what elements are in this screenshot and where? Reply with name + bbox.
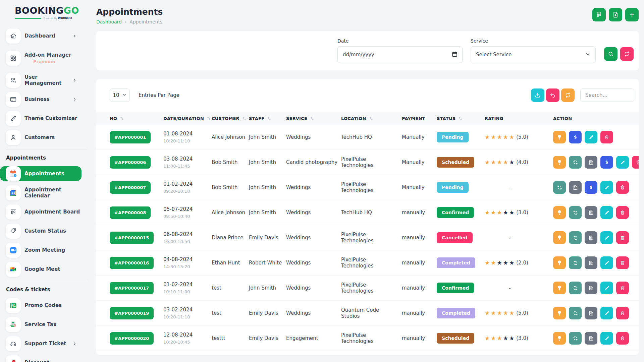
column-header-service[interactable]: SERVICE (286, 116, 341, 121)
sync-button[interactable] (569, 156, 582, 169)
reminder-button[interactable] (553, 231, 566, 244)
entries-per-page-label: Entries Per Page (139, 92, 179, 98)
rating-value: (4.0) (516, 159, 528, 165)
service-select[interactable]: Select Service (471, 46, 596, 63)
download-button[interactable] (531, 88, 544, 102)
delete-button[interactable] (616, 231, 629, 244)
column-header-status[interactable]: STATUS (437, 116, 485, 121)
appointment-id-badge[interactable]: #APP000001 (110, 131, 151, 143)
sync-button[interactable] (569, 282, 582, 294)
entries-per-page-select[interactable]: 10 (110, 88, 130, 102)
sidebar-item-customers[interactable]: Customers (0, 130, 82, 145)
column-header-staff[interactable]: STAFF (249, 116, 286, 121)
payment-button[interactable]: $ (585, 181, 597, 194)
add-appointment-button[interactable] (625, 8, 639, 21)
undo-button[interactable] (546, 88, 559, 102)
sync-button[interactable] (569, 307, 582, 319)
appointment-id-badge[interactable]: #APP000007 (110, 181, 151, 194)
meeting-button[interactable] (585, 256, 597, 269)
appointment-board-button[interactable] (592, 8, 606, 21)
table-search-input[interactable] (580, 88, 634, 102)
sync-button[interactable] (569, 231, 582, 244)
sidebar-item-appointments[interactable]: Appointments (0, 166, 82, 181)
export-file-button[interactable] (609, 8, 622, 21)
column-label: LOCATION (341, 116, 366, 121)
meeting-button[interactable] (585, 156, 597, 169)
sync-button[interactable] (553, 181, 566, 194)
sidebar-item-support-ticket[interactable]: Support Ticket (0, 336, 82, 351)
meeting-button[interactable] (585, 206, 597, 219)
filter-search-button[interactable] (604, 47, 618, 61)
sidebar-item-labels: User Management (24, 74, 69, 86)
sync-button[interactable] (569, 206, 582, 219)
column-header-no[interactable]: NO (110, 116, 163, 121)
sidebar-item-add-on-manager[interactable]: Add-on ManagerPremium (0, 48, 82, 68)
page-title: Appointments (96, 0, 639, 17)
edit-button[interactable] (600, 206, 613, 219)
sidebar-item-discount[interactable]: Discount (0, 355, 82, 362)
appointment-id-badge[interactable]: #APP0000019 (110, 307, 154, 319)
location-cell: TechHub HQ (341, 134, 402, 140)
meeting-button[interactable] (585, 231, 597, 244)
edit-button[interactable] (600, 231, 613, 244)
sidebar-item-custom-status[interactable]: Custom Status (0, 224, 82, 238)
reminder-button[interactable] (553, 332, 566, 345)
sidebar-item-google-meet[interactable]: Google Meet (0, 262, 82, 277)
edit-button[interactable] (600, 256, 613, 269)
meeting-button[interactable] (585, 332, 597, 345)
date-input[interactable] (337, 46, 463, 63)
appointment-id-badge[interactable]: #APP000006 (110, 156, 151, 169)
meeting-button[interactable] (585, 307, 597, 319)
sidebar-item-dashboard[interactable]: Dashboard (0, 28, 82, 43)
column-header-location[interactable]: LOCATION (341, 116, 402, 121)
sync-button[interactable] (569, 332, 582, 345)
sidebar-item-user-management[interactable]: User Management (0, 73, 82, 87)
breadcrumb-dashboard-link[interactable]: Dashboard (96, 19, 122, 24)
column-header-customer[interactable]: CUSTOMER (212, 116, 249, 121)
edit-button[interactable] (600, 307, 613, 319)
edit-button[interactable] (600, 181, 613, 194)
reminder-button[interactable] (553, 131, 566, 143)
edit-button[interactable] (585, 131, 597, 143)
sync-button[interactable] (569, 256, 582, 269)
payment-button[interactable]: $ (600, 156, 613, 169)
edit-button[interactable] (600, 282, 613, 294)
meeting-button[interactable] (585, 282, 597, 294)
sidebar-item-icon-box (6, 111, 21, 126)
delete-button[interactable] (616, 332, 629, 345)
delete-button[interactable] (616, 256, 629, 269)
reminder-button[interactable] (553, 156, 566, 169)
reminder-button[interactable] (553, 282, 566, 294)
reminder-button[interactable] (553, 256, 566, 269)
appointment-id-badge[interactable]: #APP000008 (110, 206, 151, 219)
svg-text:$: $ (590, 185, 593, 190)
delete-button[interactable] (600, 131, 613, 143)
sidebar-item-service-tax[interactable]: Service Tax (0, 317, 82, 332)
filter-reset-button[interactable] (620, 47, 634, 61)
edit-button[interactable] (600, 332, 613, 345)
appointment-id-badge[interactable]: #APP0000015 (110, 232, 154, 244)
sidebar-item-theme-customizer[interactable]: Theme Customizer (0, 111, 82, 126)
sidebar-item-appointment-calendar[interactable]: 31Appointment Calendar (0, 185, 82, 200)
sidebar-item-zoom-meeting[interactable]: Zoom Meeting (0, 243, 82, 257)
delete-button[interactable] (616, 206, 629, 219)
refresh-button[interactable] (561, 88, 575, 102)
appointment-id-badge[interactable]: #APP0000016 (110, 257, 154, 269)
edit-button[interactable] (616, 156, 629, 169)
brand-logo[interactable]: BOOKINGGO Powered By WORKDO (0, 0, 87, 20)
payment-button[interactable]: $ (569, 131, 582, 143)
delete-button[interactable] (616, 282, 629, 294)
appointment-id-badge[interactable]: #APP0000017 (110, 282, 154, 294)
reminder-button[interactable] (553, 307, 566, 319)
sidebar-item-business[interactable]: Business (0, 92, 82, 107)
delete-button[interactable] (632, 156, 639, 169)
delete-button[interactable] (616, 181, 629, 194)
appointment-id-badge[interactable]: #APP0000020 (110, 332, 154, 345)
column-header-date-duration[interactable]: DATE/DURATION (163, 116, 212, 121)
sidebar-item-appointment-board[interactable]: Appointment Board (0, 204, 82, 219)
meeting-button[interactable] (569, 181, 582, 194)
reminder-button[interactable] (553, 206, 566, 219)
delete-button[interactable] (616, 307, 629, 319)
payment-cell: manually (402, 310, 437, 316)
sidebar-item-promo-codes[interactable]: %Promo Codes (0, 298, 82, 313)
